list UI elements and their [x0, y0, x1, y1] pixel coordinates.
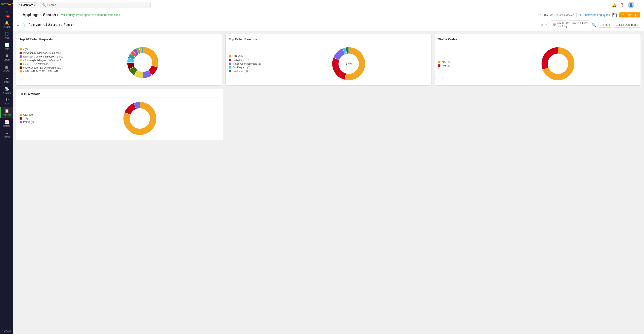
- search-input[interactable]: [48, 4, 148, 7]
- legend-item: BadRequest (1): [229, 66, 266, 69]
- log-icon[interactable]: 📄: [20, 23, 25, 27]
- sidebar-admin-btn[interactable]: ⚙ Admin: [0, 129, 13, 140]
- legend-item: Timer_ConnectionIdle (5): [229, 62, 266, 65]
- legend-color: [229, 66, 231, 68]
- sidebar-alarms-label: Alarms: [4, 26, 10, 28]
- status-codes-content: 400 (22) 403 (10): [438, 45, 637, 82]
- legend-label: Hostname (1): [232, 70, 248, 72]
- main-wrapper: All Monitors ▾ 🔍 🔔 ❓ 👤 ⊞ ☰ AppLogs - Sea…: [13, 0, 644, 334]
- menu-icon[interactable]: ☰: [16, 13, 20, 17]
- grid-icon[interactable]: ⊞: [637, 3, 640, 7]
- help-icon[interactable]: ❓: [620, 3, 624, 7]
- sidebar-network-btn[interactable]: 📡 Network: [0, 85, 13, 96]
- date-range-picker[interactable]: 📅 May 12, 04:28 - May 19, 04:28 Last 7 d…: [550, 20, 590, 29]
- legend-item: Hostname (1): [229, 70, 266, 72]
- app-header-right: 379.58 MB/11 GB logs collected 👁 Discove…: [538, 12, 640, 18]
- donut-reasons-center: 27%: [346, 62, 352, 65]
- legend-item: 403 (10): [438, 64, 475, 67]
- donut-svg-methods: [122, 100, 158, 137]
- query-input[interactable]: [29, 23, 540, 26]
- share-button[interactable]: ⤴ Share: [598, 22, 612, 28]
- query-help-icon[interactable]: ?: [545, 23, 546, 27]
- save-icon[interactable]: 💾: [612, 13, 617, 17]
- alarms-icon: 🔔: [4, 21, 9, 25]
- sidebar-network-label: Network: [3, 92, 10, 94]
- server-icon: 🖥: [5, 54, 9, 58]
- date-range-line2: Last 7 days: [557, 25, 588, 28]
- query-close-icon[interactable]: ✕: [541, 23, 544, 27]
- list-icon[interactable]: ≡: [16, 23, 19, 27]
- page-tips-button[interactable]: 💡 Page Tips: [619, 12, 640, 18]
- sidebar-reports-btn[interactable]: 📈 Reports: [0, 118, 13, 129]
- top-failed-requests-card: Top 20 Failed Requests - (5) /bin/queryb…: [16, 34, 222, 86]
- edit-dashboard-button[interactable]: ⊞ Edit Dashboard: [614, 22, 640, 28]
- sidebar-alarms-btn[interactable]: 🔔 Alarms: [0, 19, 13, 30]
- title-dropdown-arrow[interactable]: ▾: [57, 13, 58, 16]
- search-run-icon[interactable]: 🔍: [592, 23, 596, 27]
- sidebar-cloud-label: Cloud: [4, 81, 10, 83]
- sidebar-item-home[interactable]: ⌂ Home: [0, 8, 13, 19]
- http-methods-title: HTTP Methods: [20, 92, 220, 98]
- legend-color: [20, 121, 22, 123]
- share-label: Share: [602, 23, 610, 26]
- sidebar-time: 4:29 AM: [0, 328, 13, 334]
- top-reasons-donut: 27%: [269, 45, 428, 82]
- discovered-log-types-link[interactable]: 👁 Discovered Log Types: [579, 13, 610, 16]
- alarms-badge: 31: [6, 15, 10, 18]
- sidebar-cloud-btn[interactable]: ☁ Cloud: [0, 74, 13, 85]
- status-codes-card: Status Codes 400 (22) 403 (10): [435, 34, 641, 86]
- legend-label: URL (20): [232, 55, 243, 58]
- sidebar-web-btn[interactable]: 🌐 Web: [0, 30, 13, 41]
- query-input-wrapper: ✕ ?: [27, 22, 548, 28]
- top-failed-reasons-legend: URL (20) Forbidden (10) Timer_Connection…: [229, 55, 266, 72]
- sidebar-web-label: Web: [4, 37, 9, 39]
- apm-icon: 📊: [4, 43, 9, 47]
- legend-color-7: [20, 70, 22, 72]
- sidebar-apm-btn[interactable]: 📊 APM: [0, 41, 13, 52]
- legend-label: POST (2): [23, 121, 34, 124]
- vmware-icon: ▦: [5, 65, 8, 69]
- legend-color-2: [20, 52, 22, 54]
- sidebar-item-alarms[interactable]: 🔔 Alarms 31: [0, 19, 13, 30]
- legend-color-4: [20, 59, 22, 62]
- legend-label-1: - (5): [23, 48, 28, 50]
- applogs-icon: 📋: [4, 108, 9, 113]
- top-failed-requests-title: Top 20 Failed Requests: [20, 38, 219, 43]
- app-header: ☰ AppLogs - Search ▾ Valid query. Press …: [13, 10, 644, 19]
- network-icon: 📡: [4, 87, 9, 91]
- legend-item: /bin/querybuilder.json.;%0aa.css?...: [20, 59, 63, 62]
- sidebar-applogs-btn[interactable]: 📋 AppLogs: [0, 107, 13, 118]
- legend-item: POST (2): [20, 121, 56, 124]
- sidebar-rum-btn[interactable]: 👁 RUM: [0, 96, 13, 107]
- legend-item: - (5): [20, 117, 56, 120]
- bell-icon[interactable]: 🔔: [612, 3, 617, 7]
- sidebar-vmware-label: VMware: [3, 70, 10, 72]
- sidebar-home-btn[interactable]: ⌂ Home: [0, 8, 13, 19]
- top-failed-requests-legend: - (5) /bin/querybuilder.json.;%0aa.css?.…: [20, 48, 63, 77]
- legend-item: GET (30): [20, 114, 56, 116]
- legend-item: /.%2f..%2f..%2f..%2f..%2f..%2f....: [20, 70, 63, 73]
- sidebar: Site24x7 ⌂ Home 🔔 Alarms 31 🌐 Web 📊 APM …: [0, 0, 13, 334]
- cloud-icon: ☁: [5, 76, 9, 80]
- legend-label: GET (30): [23, 114, 34, 116]
- legend-color-6: [20, 66, 22, 69]
- monitor-select[interactable]: All Monitors ▾: [16, 2, 38, 8]
- legend-item: 400 (22): [438, 60, 475, 63]
- sidebar-logo[interactable]: Site24x7: [0, 0, 13, 8]
- logo-site-text: Site: [1, 2, 6, 6]
- empty-column: [226, 89, 641, 140]
- legend-color: [229, 55, 231, 58]
- legend-label: Forbidden (10): [232, 59, 249, 62]
- legend-label-6: /index.php?m=&c=AjaxPersonal&...: [23, 66, 63, 69]
- sidebar-server-btn[interactable]: 🖥 Server: [0, 52, 13, 63]
- share-icon: ⤴: [600, 23, 602, 26]
- edit-dashboard-label: Edit Dashboard: [619, 23, 638, 26]
- status-codes-legend: 400 (22) 403 (10): [438, 60, 475, 67]
- topnav-search-box[interactable]: 🔍: [40, 2, 151, 8]
- legend-more: —: [20, 74, 63, 77]
- sidebar-vmware-btn[interactable]: ▦ VMware: [0, 63, 13, 74]
- donut-svg-status: [540, 45, 576, 82]
- avatar[interactable]: 👤: [628, 2, 634, 8]
- sidebar-server-label: Server: [4, 59, 10, 61]
- http-methods-content: GET (30) - (5) POST (2): [20, 100, 220, 137]
